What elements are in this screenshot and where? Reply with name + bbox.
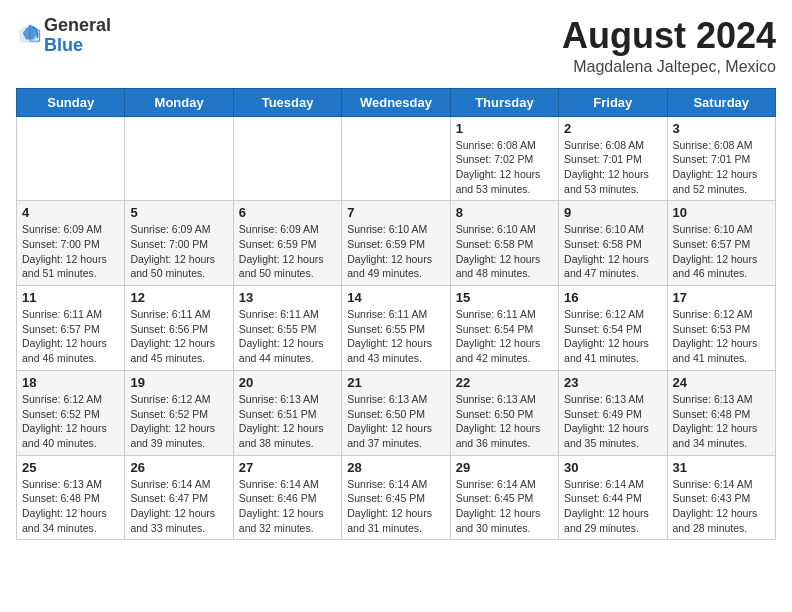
calendar-week-row: 18Sunrise: 6:12 AM Sunset: 6:52 PM Dayli… — [17, 370, 776, 455]
days-of-week-row: SundayMondayTuesdayWednesdayThursdayFrid… — [17, 88, 776, 116]
day-number: 5 — [130, 205, 227, 220]
calendar-day-cell: 10Sunrise: 6:10 AM Sunset: 6:57 PM Dayli… — [667, 201, 775, 286]
calendar-day-cell: 5Sunrise: 6:09 AM Sunset: 7:00 PM Daylig… — [125, 201, 233, 286]
day-number: 18 — [22, 375, 119, 390]
day-number: 1 — [456, 121, 553, 136]
calendar-table: SundayMondayTuesdayWednesdayThursdayFrid… — [16, 88, 776, 541]
calendar-day-cell: 4Sunrise: 6:09 AM Sunset: 7:00 PM Daylig… — [17, 201, 125, 286]
day-number: 12 — [130, 290, 227, 305]
day-info: Sunrise: 6:14 AM Sunset: 6:43 PM Dayligh… — [673, 477, 770, 536]
calendar-day-cell: 17Sunrise: 6:12 AM Sunset: 6:53 PM Dayli… — [667, 286, 775, 371]
day-info: Sunrise: 6:11 AM Sunset: 6:57 PM Dayligh… — [22, 307, 119, 366]
calendar-day-cell: 2Sunrise: 6:08 AM Sunset: 7:01 PM Daylig… — [559, 116, 667, 201]
day-info: Sunrise: 6:12 AM Sunset: 6:52 PM Dayligh… — [130, 392, 227, 451]
calendar-day-cell — [17, 116, 125, 201]
day-number: 3 — [673, 121, 770, 136]
day-info: Sunrise: 6:08 AM Sunset: 7:02 PM Dayligh… — [456, 138, 553, 197]
calendar-day-cell: 20Sunrise: 6:13 AM Sunset: 6:51 PM Dayli… — [233, 370, 341, 455]
calendar-day-cell: 7Sunrise: 6:10 AM Sunset: 6:59 PM Daylig… — [342, 201, 450, 286]
calendar-day-cell: 6Sunrise: 6:09 AM Sunset: 6:59 PM Daylig… — [233, 201, 341, 286]
calendar-day-cell: 9Sunrise: 6:10 AM Sunset: 6:58 PM Daylig… — [559, 201, 667, 286]
day-info: Sunrise: 6:13 AM Sunset: 6:49 PM Dayligh… — [564, 392, 661, 451]
month-year-title: August 2024 — [562, 16, 776, 56]
calendar-day-cell: 25Sunrise: 6:13 AM Sunset: 6:48 PM Dayli… — [17, 455, 125, 540]
day-info: Sunrise: 6:10 AM Sunset: 6:58 PM Dayligh… — [456, 222, 553, 281]
day-info: Sunrise: 6:10 AM Sunset: 6:59 PM Dayligh… — [347, 222, 444, 281]
day-number: 31 — [673, 460, 770, 475]
calendar-day-cell: 30Sunrise: 6:14 AM Sunset: 6:44 PM Dayli… — [559, 455, 667, 540]
day-info: Sunrise: 6:14 AM Sunset: 6:45 PM Dayligh… — [456, 477, 553, 536]
day-info: Sunrise: 6:08 AM Sunset: 7:01 PM Dayligh… — [564, 138, 661, 197]
logo-blue-text: Blue — [44, 35, 83, 55]
calendar-day-cell: 26Sunrise: 6:14 AM Sunset: 6:47 PM Dayli… — [125, 455, 233, 540]
calendar-day-cell: 28Sunrise: 6:14 AM Sunset: 6:45 PM Dayli… — [342, 455, 450, 540]
calendar-day-cell — [342, 116, 450, 201]
day-info: Sunrise: 6:09 AM Sunset: 7:00 PM Dayligh… — [22, 222, 119, 281]
day-of-week-header: Saturday — [667, 88, 775, 116]
calendar-day-cell: 15Sunrise: 6:11 AM Sunset: 6:54 PM Dayli… — [450, 286, 558, 371]
calendar-week-row: 1Sunrise: 6:08 AM Sunset: 7:02 PM Daylig… — [17, 116, 776, 201]
location-subtitle: Magdalena Jaltepec, Mexico — [562, 58, 776, 76]
title-block: August 2024 Magdalena Jaltepec, Mexico — [562, 16, 776, 76]
page-header: General Blue August 2024 Magdalena Jalte… — [16, 16, 776, 76]
day-number: 22 — [456, 375, 553, 390]
day-info: Sunrise: 6:14 AM Sunset: 6:46 PM Dayligh… — [239, 477, 336, 536]
day-info: Sunrise: 6:13 AM Sunset: 6:48 PM Dayligh… — [673, 392, 770, 451]
day-of-week-header: Thursday — [450, 88, 558, 116]
day-info: Sunrise: 6:11 AM Sunset: 6:56 PM Dayligh… — [130, 307, 227, 366]
day-number: 16 — [564, 290, 661, 305]
calendar-day-cell: 1Sunrise: 6:08 AM Sunset: 7:02 PM Daylig… — [450, 116, 558, 201]
day-info: Sunrise: 6:12 AM Sunset: 6:53 PM Dayligh… — [673, 307, 770, 366]
day-number: 23 — [564, 375, 661, 390]
calendar-day-cell: 11Sunrise: 6:11 AM Sunset: 6:57 PM Dayli… — [17, 286, 125, 371]
day-number: 25 — [22, 460, 119, 475]
day-number: 9 — [564, 205, 661, 220]
calendar-day-cell — [125, 116, 233, 201]
day-number: 15 — [456, 290, 553, 305]
logo-general-text: General — [44, 15, 111, 35]
day-of-week-header: Tuesday — [233, 88, 341, 116]
day-info: Sunrise: 6:13 AM Sunset: 6:48 PM Dayligh… — [22, 477, 119, 536]
day-info: Sunrise: 6:11 AM Sunset: 6:54 PM Dayligh… — [456, 307, 553, 366]
day-number: 27 — [239, 460, 336, 475]
logo-icon — [18, 22, 42, 46]
calendar-day-cell: 27Sunrise: 6:14 AM Sunset: 6:46 PM Dayli… — [233, 455, 341, 540]
calendar-week-row: 25Sunrise: 6:13 AM Sunset: 6:48 PM Dayli… — [17, 455, 776, 540]
calendar-day-cell: 3Sunrise: 6:08 AM Sunset: 7:01 PM Daylig… — [667, 116, 775, 201]
day-of-week-header: Wednesday — [342, 88, 450, 116]
day-number: 8 — [456, 205, 553, 220]
day-number: 19 — [130, 375, 227, 390]
day-number: 21 — [347, 375, 444, 390]
day-of-week-header: Monday — [125, 88, 233, 116]
calendar-day-cell: 21Sunrise: 6:13 AM Sunset: 6:50 PM Dayli… — [342, 370, 450, 455]
day-info: Sunrise: 6:13 AM Sunset: 6:50 PM Dayligh… — [347, 392, 444, 451]
day-info: Sunrise: 6:11 AM Sunset: 6:55 PM Dayligh… — [347, 307, 444, 366]
day-number: 11 — [22, 290, 119, 305]
day-number: 17 — [673, 290, 770, 305]
day-info: Sunrise: 6:12 AM Sunset: 6:54 PM Dayligh… — [564, 307, 661, 366]
day-number: 26 — [130, 460, 227, 475]
day-number: 30 — [564, 460, 661, 475]
calendar-day-cell: 31Sunrise: 6:14 AM Sunset: 6:43 PM Dayli… — [667, 455, 775, 540]
day-info: Sunrise: 6:13 AM Sunset: 6:50 PM Dayligh… — [456, 392, 553, 451]
calendar-day-cell: 12Sunrise: 6:11 AM Sunset: 6:56 PM Dayli… — [125, 286, 233, 371]
day-number: 7 — [347, 205, 444, 220]
day-of-week-header: Sunday — [17, 88, 125, 116]
calendar-week-row: 4Sunrise: 6:09 AM Sunset: 7:00 PM Daylig… — [17, 201, 776, 286]
day-info: Sunrise: 6:09 AM Sunset: 6:59 PM Dayligh… — [239, 222, 336, 281]
day-number: 14 — [347, 290, 444, 305]
day-number: 28 — [347, 460, 444, 475]
calendar-week-row: 11Sunrise: 6:11 AM Sunset: 6:57 PM Dayli… — [17, 286, 776, 371]
day-info: Sunrise: 6:14 AM Sunset: 6:47 PM Dayligh… — [130, 477, 227, 536]
day-info: Sunrise: 6:14 AM Sunset: 6:45 PM Dayligh… — [347, 477, 444, 536]
calendar-day-cell: 29Sunrise: 6:14 AM Sunset: 6:45 PM Dayli… — [450, 455, 558, 540]
day-number: 29 — [456, 460, 553, 475]
day-number: 24 — [673, 375, 770, 390]
day-number: 4 — [22, 205, 119, 220]
calendar-day-cell: 23Sunrise: 6:13 AM Sunset: 6:49 PM Dayli… — [559, 370, 667, 455]
calendar-body: 1Sunrise: 6:08 AM Sunset: 7:02 PM Daylig… — [17, 116, 776, 540]
logo: General Blue — [16, 16, 111, 56]
day-info: Sunrise: 6:11 AM Sunset: 6:55 PM Dayligh… — [239, 307, 336, 366]
calendar-day-cell: 14Sunrise: 6:11 AM Sunset: 6:55 PM Dayli… — [342, 286, 450, 371]
day-info: Sunrise: 6:13 AM Sunset: 6:51 PM Dayligh… — [239, 392, 336, 451]
